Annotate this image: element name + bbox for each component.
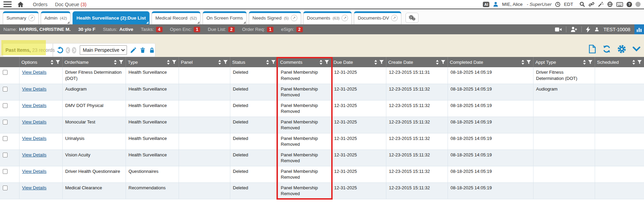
lightning-icon[interactable] bbox=[586, 26, 590, 33]
next-icon[interactable] bbox=[72, 47, 76, 54]
external-link-icon[interactable]: ↗ bbox=[291, 15, 297, 21]
panel-cell bbox=[179, 150, 230, 166]
row-checkbox-cell bbox=[0, 166, 19, 182]
sort-icon[interactable] bbox=[114, 60, 117, 65]
tab-documents[interactable]: Documents (63) ↗ bbox=[303, 11, 352, 24]
undo-icon[interactable] bbox=[56, 46, 64, 54]
tab-needs-signed[interactable]: Needs Signed (5) ↗ bbox=[249, 11, 301, 24]
search-icon[interactable] bbox=[579, 1, 585, 7]
new-document-icon[interactable] bbox=[589, 45, 596, 54]
filter-funnel-icon[interactable] bbox=[172, 60, 177, 64]
filter-funnel-icon[interactable] bbox=[588, 60, 593, 64]
filter-funnel-icon[interactable] bbox=[379, 60, 384, 64]
row-checkbox[interactable] bbox=[3, 103, 8, 108]
past-items-panel: Past Items, 23 records Main Perspective bbox=[3, 43, 155, 57]
row-checkbox[interactable] bbox=[3, 87, 8, 92]
lock-icon[interactable] bbox=[149, 47, 155, 54]
sort-icon[interactable] bbox=[583, 60, 586, 65]
view-details-link[interactable]: View Details bbox=[22, 185, 47, 190]
view-details-link[interactable]: View Details bbox=[22, 70, 47, 75]
table-row: View DetailsMedical ClearanceRecommendat… bbox=[0, 182, 644, 199]
tab-medical-record[interactable]: Medical Record (52) bbox=[152, 11, 201, 24]
order-req-badge[interactable]: 1 bbox=[267, 27, 273, 32]
filter-funnel-icon[interactable] bbox=[637, 60, 642, 64]
globe-icon[interactable] bbox=[607, 1, 613, 7]
completed-date-cell: 08-18-2025 14:05:19 bbox=[448, 117, 533, 133]
pencil-icon[interactable] bbox=[130, 47, 137, 54]
filter-funnel-icon[interactable] bbox=[526, 60, 531, 64]
filter-funnel-icon[interactable] bbox=[223, 60, 228, 64]
trash-icon[interactable] bbox=[140, 47, 146, 54]
add-person-icon[interactable] bbox=[570, 26, 577, 32]
sort-icon[interactable] bbox=[266, 60, 269, 65]
sort-icon[interactable] bbox=[218, 60, 221, 65]
chevron-down-icon[interactable] bbox=[632, 46, 641, 52]
row-checkbox[interactable] bbox=[3, 136, 8, 141]
tasks-badge[interactable]: 4 bbox=[156, 27, 163, 32]
external-link-icon[interactable]: ↗ bbox=[391, 15, 398, 21]
view-details-link[interactable]: View Details bbox=[22, 136, 47, 141]
view-details-link[interactable]: View Details bbox=[22, 119, 47, 124]
tab-admin[interactable]: Admin (42) bbox=[41, 11, 71, 24]
wand-icon[interactable] bbox=[598, 1, 604, 7]
external-link-icon[interactable]: ↗ bbox=[28, 15, 35, 21]
row-checkbox[interactable] bbox=[3, 153, 8, 157]
clock-icon[interactable] bbox=[555, 2, 561, 7]
ai-badge[interactable]: AI bbox=[483, 2, 489, 7]
filter-funnel-icon[interactable] bbox=[55, 60, 60, 64]
row-checkbox[interactable] bbox=[3, 70, 8, 75]
sort-icon[interactable] bbox=[521, 60, 525, 65]
gear-icon[interactable] bbox=[617, 45, 626, 54]
esign-badge[interactable]: 2 bbox=[296, 27, 303, 32]
nav-doc-queue[interactable]: Doc Queue (3) bbox=[55, 2, 87, 7]
prev-icon[interactable] bbox=[66, 47, 70, 54]
view-details-link[interactable]: View Details bbox=[22, 152, 47, 157]
due-date-cell: 12-31-2025 bbox=[331, 100, 386, 117]
tab-on-screen-forms[interactable]: On Screen Forms bbox=[203, 11, 247, 24]
filter-funnel-icon[interactable] bbox=[271, 60, 276, 64]
due-list-badge[interactable]: 2 bbox=[228, 27, 235, 32]
nav-orders[interactable]: Orders bbox=[33, 2, 48, 7]
tab-health-surveillance[interactable]: Health Surveillance (2):Due List bbox=[73, 11, 150, 24]
patient-id[interactable]: TEST-10008 bbox=[603, 27, 630, 32]
column-header-appt-type: Appt Type bbox=[533, 57, 595, 67]
row-checkbox-cell bbox=[0, 182, 19, 199]
perspective-select[interactable]: Main Perspective bbox=[80, 45, 127, 55]
tab-settings-button[interactable] bbox=[405, 13, 418, 23]
view-details-link[interactable]: View Details bbox=[22, 169, 47, 174]
user-icon[interactable] bbox=[493, 1, 499, 7]
user-name[interactable]: MIE, Alice bbox=[502, 2, 523, 7]
patient-info-bar: Name: HARRIS, CHRISTINE M. 30 y/o F Stat… bbox=[0, 24, 644, 34]
filter-funnel-icon[interactable] bbox=[119, 60, 124, 64]
tab-documents-dv[interactable]: Documents-DV ↗ bbox=[354, 11, 401, 24]
refresh-icon[interactable] bbox=[602, 45, 611, 54]
sort-icon[interactable] bbox=[374, 60, 377, 65]
keyboard-icon[interactable] bbox=[616, 2, 623, 7]
column-label: Panel bbox=[181, 60, 193, 65]
row-checkbox[interactable] bbox=[3, 169, 8, 174]
column-label: Due Date bbox=[334, 60, 353, 65]
sort-icon[interactable] bbox=[167, 60, 170, 65]
hamburger-icon[interactable] bbox=[3, 1, 12, 7]
help-icon[interactable]: ? bbox=[627, 2, 632, 7]
sort-icon[interactable] bbox=[319, 60, 323, 65]
open-enc-badge[interactable]: 1 bbox=[194, 27, 200, 32]
filter-funnel-icon[interactable] bbox=[324, 60, 329, 64]
sort-icon[interactable] bbox=[632, 60, 635, 65]
appt-type-cell bbox=[533, 182, 595, 199]
filter-funnel-icon[interactable] bbox=[441, 60, 446, 64]
tab-summary[interactable]: Summary ↗ bbox=[3, 11, 39, 24]
status-cell: Deleted bbox=[230, 166, 278, 182]
bar-chart-icon[interactable] bbox=[634, 24, 644, 34]
view-details-link[interactable]: View Details bbox=[22, 103, 47, 108]
view-details-link[interactable]: View Details bbox=[22, 86, 47, 92]
video-camera-icon[interactable] bbox=[555, 27, 562, 32]
type-cell: Health Surveillance bbox=[126, 133, 179, 150]
row-checkbox[interactable] bbox=[3, 120, 8, 124]
link-icon[interactable] bbox=[589, 1, 594, 7]
row-checkbox[interactable] bbox=[3, 186, 8, 190]
sort-icon[interactable] bbox=[436, 60, 439, 65]
sort-icon[interactable] bbox=[50, 60, 54, 65]
external-link-icon[interactable]: ↗ bbox=[342, 15, 348, 21]
home-icon[interactable] bbox=[17, 1, 24, 8]
